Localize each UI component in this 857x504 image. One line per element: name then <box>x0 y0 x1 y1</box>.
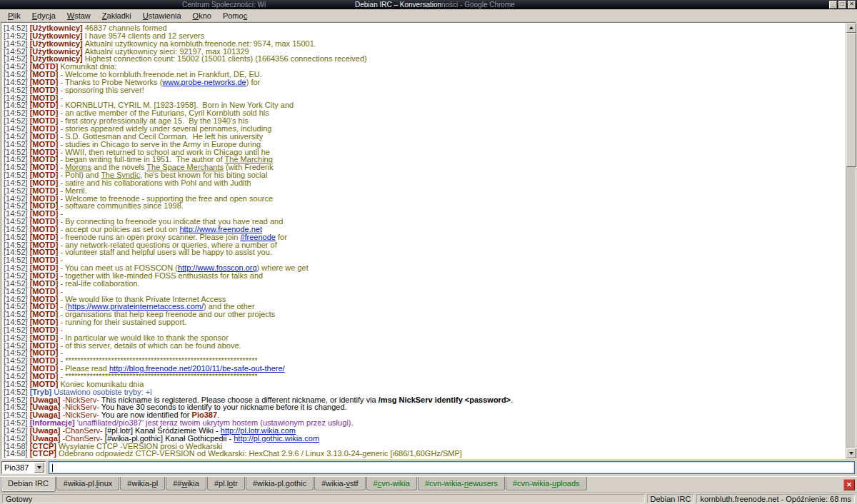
chat-line: [14:52] [MOTD] - software communities si… <box>4 202 844 210</box>
input-row: Pio387 <box>0 460 857 475</box>
tab-wikia[interactable]: ##wikia <box>166 477 206 490</box>
chat-text-segment: - sponsoring this server! <box>60 86 144 94</box>
text-caret <box>52 464 53 472</box>
chat-line: [14:52] [Użytkownicy] Highest connection… <box>4 55 844 63</box>
konversation-window: Centrum Społeczności: Wi Debian IRC – Ko… <box>0 0 857 504</box>
window-buttons: _ □ ✕ <box>829 1 856 9</box>
chat-line: [14:52] [MOTD] - running for their susta… <box>4 318 844 326</box>
chat-text-segment: [CTCP] <box>30 449 59 458</box>
close-icon: ✕ <box>849 1 854 7</box>
minimize-button[interactable]: _ <box>829 1 837 9</box>
menu-item-okno[interactable]: Okno <box>187 10 217 21</box>
status-bar: Gotowy Debian IRCkornbluth.freenode.net … <box>0 492 857 504</box>
menu-item-wstaw[interactable]: Wstaw <box>61 10 96 21</box>
chat-text-segment: Highest connection count: 15002 (15001 c… <box>85 54 367 63</box>
close-tab-button[interactable]: ✕ <box>843 479 855 490</box>
tab-list: Debian IRC#wikia-pl.linux#wikia-pl##wiki… <box>0 477 857 492</box>
chat-text-segment: - software communities since 1998. <box>60 201 183 210</box>
maximize-button[interactable]: □ <box>838 1 846 9</box>
chat-log[interactable]: [14:52] [Użytkownicy] 46837 channels for… <box>1 23 846 458</box>
chat-text-segment: for <box>276 233 287 241</box>
message-input[interactable] <box>49 461 855 474</box>
chat-text-segment: - volunteer staff and helpful users will… <box>60 248 271 256</box>
chat-text-segment: - running for their sustained support. <box>60 318 186 326</box>
tab-wikia-pl-gothic[interactable]: #wikia-pl.gothic <box>246 477 314 490</box>
chat-text-segment: - of this server, details of which can b… <box>60 341 241 350</box>
chat-text-segment: Odebrano odpowiedź CTCP-VERSION od Wedka… <box>59 449 462 458</box>
chat-line: [14:58] [CTCP] Odebrano odpowiedź CTCP-V… <box>4 450 844 458</box>
menu-bar: PlikEdycjaWstawZakładkiUstawieniaOknoPom… <box>0 9 857 22</box>
close-tab-icon: ✕ <box>846 481 852 488</box>
scroll-up-button[interactable] <box>846 23 856 33</box>
tab-cvn-wikia-uploads[interactable]: #cvn-wikia-uploads <box>506 477 587 490</box>
scrollbar[interactable] <box>846 23 856 458</box>
chat-link[interactable]: www.probe-networks.de <box>162 78 246 86</box>
tab-cvn-wikia[interactable]: #cvn-wikia <box>366 477 417 490</box>
chat-text-segment: ) where we get <box>257 263 309 272</box>
arrow-down-icon <box>849 452 853 455</box>
menu-item-zakładki[interactable]: Zakładki <box>96 10 137 21</box>
scroll-down-button[interactable] <box>846 448 856 458</box>
menu-item-pomoc[interactable]: Pomoc <box>217 10 253 21</box>
arrow-up-icon <box>849 26 853 29</box>
chat-text-segment: - real-life collaboration. <box>60 279 139 288</box>
tab-wikia-vstf[interactable]: #wikia-vstf <box>314 477 365 490</box>
tab-bar: Debian IRC#wikia-pl.linux#wikia-pl##wiki… <box>0 476 857 492</box>
chat-line: [14:52] [MOTD] - of this server, details… <box>4 342 844 350</box>
chat-text-segment: [14:58] <box>4 449 30 458</box>
scrollbar-thumb[interactable] <box>846 33 856 167</box>
tab-wikia-pl-linux[interactable]: #wikia-pl.linux <box>56 477 120 490</box>
chat-text-segment: . <box>511 395 513 404</box>
maximize-icon: □ <box>841 1 844 7</box>
status-field: kornbluth.freenode.net - Opóźnienie: 68 … <box>696 494 855 503</box>
tab-wikia-pl[interactable]: #wikia-pl <box>120 477 165 490</box>
nickname-combobox[interactable]: Pio387 <box>1 461 46 474</box>
window-title: Debian IRC – Konversation <box>355 1 441 9</box>
background-window-title-right: ności - Google Chrome <box>441 1 515 9</box>
chat-text-segment: - satire and his collaborations with Poh… <box>60 178 251 187</box>
tab-pl-lotr[interactable]: #pl.lotr <box>207 477 245 490</box>
nickname-value: Pio387 <box>4 463 29 472</box>
menu-item-ustawienia[interactable]: Ustawienia <box>137 10 187 21</box>
background-window-title-left: Centrum Społeczności: Wi <box>182 1 266 9</box>
close-button[interactable]: ✕ <box>848 1 856 9</box>
chat-view-frame: [14:52] [Użytkownicy] 46837 channels for… <box>1 22 856 459</box>
status-fields: Debian IRCkornbluth.freenode.net - Opóźn… <box>647 494 855 503</box>
chat-link[interactable]: http://pl.gothic.wikia.com <box>234 434 319 443</box>
title-bar[interactable]: Centrum Społeczności: Wi Debian IRC – Ko… <box>0 0 857 9</box>
chat-text-segment: ) for <box>246 78 261 86</box>
tab-cvn-wikia-newusers[interactable]: #cvn-wikia-newusers <box>418 477 505 490</box>
chat-line: [14:52] [MOTD] - volunteer staff and hel… <box>4 248 844 256</box>
chat-line: [14:52] [MOTD] - real-life collaboration… <box>4 280 844 288</box>
menu-item-edycja[interactable]: Edycja <box>26 10 61 21</box>
minimize-icon: _ <box>831 1 834 7</box>
menu-item-plik[interactable]: Plik <box>2 10 26 21</box>
status-ready: Gotowy <box>2 494 645 503</box>
chevron-down-icon <box>37 466 41 469</box>
chat-line: [14:52] [MOTD] - satire and his collabor… <box>4 179 844 187</box>
tab-debian-irc[interactable]: Debian IRC <box>1 477 56 492</box>
nickname-dropdown-button[interactable] <box>34 463 44 473</box>
status-field: Debian IRC <box>647 494 695 503</box>
chat-text-segment: /msg NickServ identify <password> <box>379 395 511 404</box>
chat-line: [14:52] [MOTD] - sponsoring this server! <box>4 86 844 94</box>
